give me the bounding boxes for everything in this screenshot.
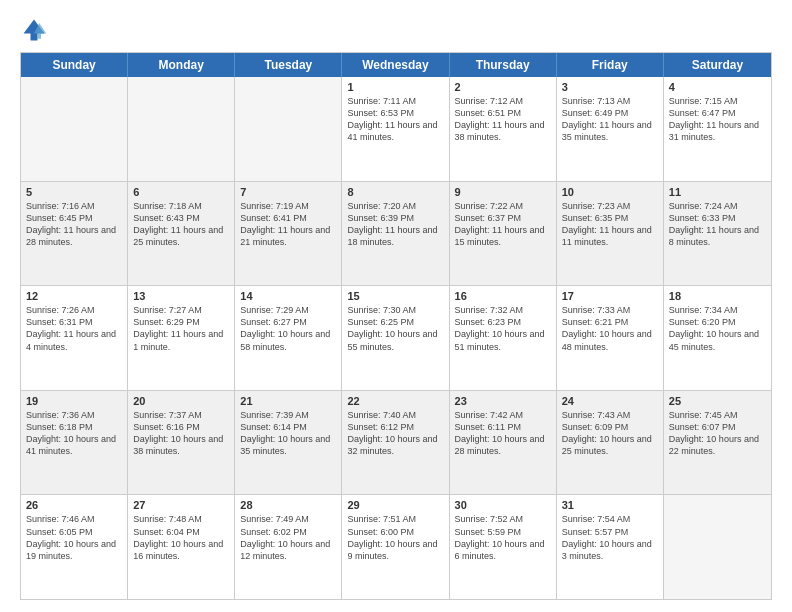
- calendar-row-4: 26Sunrise: 7:46 AM Sunset: 6:05 PM Dayli…: [21, 494, 771, 599]
- calendar-cell: 18Sunrise: 7:34 AM Sunset: 6:20 PM Dayli…: [664, 286, 771, 390]
- cell-info: Sunrise: 7:24 AM Sunset: 6:33 PM Dayligh…: [669, 200, 766, 249]
- cell-info: Sunrise: 7:49 AM Sunset: 6:02 PM Dayligh…: [240, 513, 336, 562]
- calendar-cell: 14Sunrise: 7:29 AM Sunset: 6:27 PM Dayli…: [235, 286, 342, 390]
- cell-info: Sunrise: 7:26 AM Sunset: 6:31 PM Dayligh…: [26, 304, 122, 353]
- cell-info: Sunrise: 7:40 AM Sunset: 6:12 PM Dayligh…: [347, 409, 443, 458]
- calendar-cell: [664, 495, 771, 599]
- day-number: 29: [347, 499, 443, 511]
- cell-info: Sunrise: 7:39 AM Sunset: 6:14 PM Dayligh…: [240, 409, 336, 458]
- calendar-cell: [21, 77, 128, 181]
- day-number: 1: [347, 81, 443, 93]
- cell-info: Sunrise: 7:29 AM Sunset: 6:27 PM Dayligh…: [240, 304, 336, 353]
- calendar-cell: 31Sunrise: 7:54 AM Sunset: 5:57 PM Dayli…: [557, 495, 664, 599]
- cell-info: Sunrise: 7:42 AM Sunset: 6:11 PM Dayligh…: [455, 409, 551, 458]
- day-number: 7: [240, 186, 336, 198]
- calendar-cell: 2Sunrise: 7:12 AM Sunset: 6:51 PM Daylig…: [450, 77, 557, 181]
- calendar-cell: 5Sunrise: 7:16 AM Sunset: 6:45 PM Daylig…: [21, 182, 128, 286]
- header-day-tuesday: Tuesday: [235, 53, 342, 77]
- calendar-cell: 8Sunrise: 7:20 AM Sunset: 6:39 PM Daylig…: [342, 182, 449, 286]
- day-number: 4: [669, 81, 766, 93]
- day-number: 30: [455, 499, 551, 511]
- calendar-cell: 17Sunrise: 7:33 AM Sunset: 6:21 PM Dayli…: [557, 286, 664, 390]
- day-number: 15: [347, 290, 443, 302]
- cell-info: Sunrise: 7:54 AM Sunset: 5:57 PM Dayligh…: [562, 513, 658, 562]
- calendar-cell: 26Sunrise: 7:46 AM Sunset: 6:05 PM Dayli…: [21, 495, 128, 599]
- calendar-cell: 15Sunrise: 7:30 AM Sunset: 6:25 PM Dayli…: [342, 286, 449, 390]
- calendar-cell: 20Sunrise: 7:37 AM Sunset: 6:16 PM Dayli…: [128, 391, 235, 495]
- calendar-cell: [235, 77, 342, 181]
- header-day-saturday: Saturday: [664, 53, 771, 77]
- cell-info: Sunrise: 7:52 AM Sunset: 5:59 PM Dayligh…: [455, 513, 551, 562]
- calendar-cell: 24Sunrise: 7:43 AM Sunset: 6:09 PM Dayli…: [557, 391, 664, 495]
- calendar-cell: 10Sunrise: 7:23 AM Sunset: 6:35 PM Dayli…: [557, 182, 664, 286]
- calendar-cell: 11Sunrise: 7:24 AM Sunset: 6:33 PM Dayli…: [664, 182, 771, 286]
- cell-info: Sunrise: 7:33 AM Sunset: 6:21 PM Dayligh…: [562, 304, 658, 353]
- day-number: 25: [669, 395, 766, 407]
- header-day-friday: Friday: [557, 53, 664, 77]
- cell-info: Sunrise: 7:11 AM Sunset: 6:53 PM Dayligh…: [347, 95, 443, 144]
- calendar-cell: 16Sunrise: 7:32 AM Sunset: 6:23 PM Dayli…: [450, 286, 557, 390]
- day-number: 28: [240, 499, 336, 511]
- calendar-cell: 1Sunrise: 7:11 AM Sunset: 6:53 PM Daylig…: [342, 77, 449, 181]
- calendar-header: SundayMondayTuesdayWednesdayThursdayFrid…: [21, 53, 771, 77]
- page: SundayMondayTuesdayWednesdayThursdayFrid…: [0, 0, 792, 612]
- calendar-cell: 27Sunrise: 7:48 AM Sunset: 6:04 PM Dayli…: [128, 495, 235, 599]
- cell-info: Sunrise: 7:34 AM Sunset: 6:20 PM Dayligh…: [669, 304, 766, 353]
- calendar-cell: 19Sunrise: 7:36 AM Sunset: 6:18 PM Dayli…: [21, 391, 128, 495]
- day-number: 20: [133, 395, 229, 407]
- day-number: 3: [562, 81, 658, 93]
- day-number: 6: [133, 186, 229, 198]
- calendar-cell: 6Sunrise: 7:18 AM Sunset: 6:43 PM Daylig…: [128, 182, 235, 286]
- day-number: 24: [562, 395, 658, 407]
- cell-info: Sunrise: 7:46 AM Sunset: 6:05 PM Dayligh…: [26, 513, 122, 562]
- day-number: 2: [455, 81, 551, 93]
- cell-info: Sunrise: 7:22 AM Sunset: 6:37 PM Dayligh…: [455, 200, 551, 249]
- cell-info: Sunrise: 7:19 AM Sunset: 6:41 PM Dayligh…: [240, 200, 336, 249]
- cell-info: Sunrise: 7:15 AM Sunset: 6:47 PM Dayligh…: [669, 95, 766, 144]
- day-number: 21: [240, 395, 336, 407]
- calendar-cell: [128, 77, 235, 181]
- day-number: 22: [347, 395, 443, 407]
- calendar-cell: 23Sunrise: 7:42 AM Sunset: 6:11 PM Dayli…: [450, 391, 557, 495]
- cell-info: Sunrise: 7:37 AM Sunset: 6:16 PM Dayligh…: [133, 409, 229, 458]
- day-number: 13: [133, 290, 229, 302]
- calendar-cell: 25Sunrise: 7:45 AM Sunset: 6:07 PM Dayli…: [664, 391, 771, 495]
- cell-info: Sunrise: 7:13 AM Sunset: 6:49 PM Dayligh…: [562, 95, 658, 144]
- day-number: 10: [562, 186, 658, 198]
- day-number: 31: [562, 499, 658, 511]
- header-day-thursday: Thursday: [450, 53, 557, 77]
- calendar-cell: 3Sunrise: 7:13 AM Sunset: 6:49 PM Daylig…: [557, 77, 664, 181]
- day-number: 17: [562, 290, 658, 302]
- cell-info: Sunrise: 7:12 AM Sunset: 6:51 PM Dayligh…: [455, 95, 551, 144]
- logo: [20, 16, 52, 44]
- cell-info: Sunrise: 7:36 AM Sunset: 6:18 PM Dayligh…: [26, 409, 122, 458]
- day-number: 18: [669, 290, 766, 302]
- calendar-cell: 9Sunrise: 7:22 AM Sunset: 6:37 PM Daylig…: [450, 182, 557, 286]
- day-number: 23: [455, 395, 551, 407]
- day-number: 8: [347, 186, 443, 198]
- day-number: 9: [455, 186, 551, 198]
- calendar-row-0: 1Sunrise: 7:11 AM Sunset: 6:53 PM Daylig…: [21, 77, 771, 181]
- cell-info: Sunrise: 7:23 AM Sunset: 6:35 PM Dayligh…: [562, 200, 658, 249]
- day-number: 19: [26, 395, 122, 407]
- day-number: 11: [669, 186, 766, 198]
- cell-info: Sunrise: 7:20 AM Sunset: 6:39 PM Dayligh…: [347, 200, 443, 249]
- cell-info: Sunrise: 7:48 AM Sunset: 6:04 PM Dayligh…: [133, 513, 229, 562]
- calendar: SundayMondayTuesdayWednesdayThursdayFrid…: [20, 52, 772, 600]
- day-number: 14: [240, 290, 336, 302]
- calendar-cell: 4Sunrise: 7:15 AM Sunset: 6:47 PM Daylig…: [664, 77, 771, 181]
- cell-info: Sunrise: 7:16 AM Sunset: 6:45 PM Dayligh…: [26, 200, 122, 249]
- cell-info: Sunrise: 7:32 AM Sunset: 6:23 PM Dayligh…: [455, 304, 551, 353]
- header-day-sunday: Sunday: [21, 53, 128, 77]
- day-number: 26: [26, 499, 122, 511]
- calendar-row-3: 19Sunrise: 7:36 AM Sunset: 6:18 PM Dayli…: [21, 390, 771, 495]
- logo-icon: [20, 16, 48, 44]
- calendar-cell: 28Sunrise: 7:49 AM Sunset: 6:02 PM Dayli…: [235, 495, 342, 599]
- day-number: 12: [26, 290, 122, 302]
- day-number: 16: [455, 290, 551, 302]
- cell-info: Sunrise: 7:30 AM Sunset: 6:25 PM Dayligh…: [347, 304, 443, 353]
- calendar-cell: 12Sunrise: 7:26 AM Sunset: 6:31 PM Dayli…: [21, 286, 128, 390]
- header-day-monday: Monday: [128, 53, 235, 77]
- cell-info: Sunrise: 7:18 AM Sunset: 6:43 PM Dayligh…: [133, 200, 229, 249]
- header-day-wednesday: Wednesday: [342, 53, 449, 77]
